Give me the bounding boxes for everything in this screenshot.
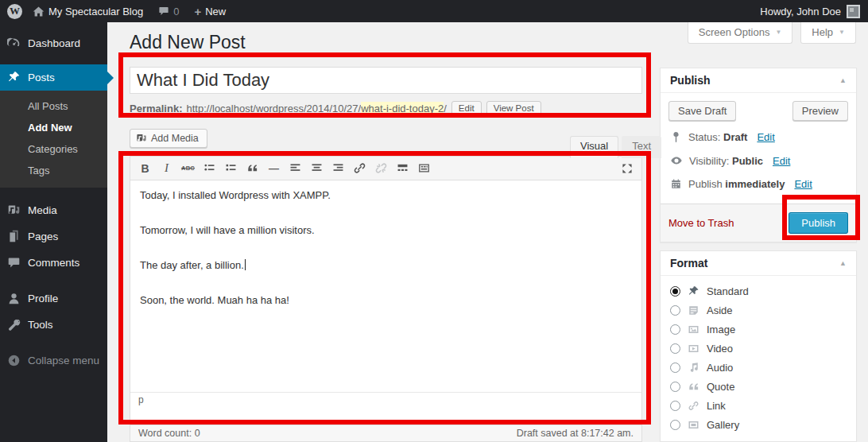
radio-video[interactable] [670,343,680,354]
wordpress-logo-icon[interactable]: W [7,4,22,19]
visibility-eye-icon [670,154,683,167]
format-option-aside[interactable]: Aside [661,301,856,320]
tab-text[interactable]: Text [622,136,661,158]
strikethrough-button[interactable]: ABC [177,159,199,178]
post-title-input[interactable] [130,67,642,94]
new-content-menu[interactable]: + New [189,0,231,22]
sidebar-item-dashboard[interactable]: Dashboard [0,30,107,56]
remove-link-button[interactable] [370,159,392,178]
format-box-header[interactable]: Format ▲ [661,251,856,276]
insert-more-tag-button[interactable] [392,159,413,178]
fullscreen-icon [621,162,634,175]
site-link[interactable]: My Spectacular Blog [28,0,148,22]
editor-toolbar: B I ABC — [130,157,641,180]
sidebar-item-tools[interactable]: Tools [0,312,107,338]
collapse-toggle-icon[interactable]: ▲ [839,259,847,267]
tab-visual[interactable]: Visual [570,136,618,158]
edit-visibility-link[interactable]: Edit [773,155,790,167]
align-center-button[interactable] [306,159,327,178]
permalink-row: Permalink: http://localhost/wordpress/20… [130,99,541,118]
italic-button[interactable]: I [156,159,177,178]
sidebar-item-all-posts[interactable]: All Posts [0,95,107,117]
new-label: New [205,6,226,17]
horizontal-rule-button[interactable]: — [263,159,285,178]
sidebar-item-pages[interactable]: Pages [0,223,107,250]
add-media-button[interactable]: Add Media [130,129,207,148]
radio-gallery[interactable] [670,420,680,430]
visibility-text: Visibility: Public [689,155,763,167]
align-right-button[interactable] [327,159,349,178]
admin-bar: W My Spectacular Blog 0 + New Howdy, Joh… [0,0,868,22]
screen-meta-links: Screen Options ▼ Help ▼ [688,22,856,44]
format-option-standard[interactable]: Standard [661,282,856,301]
radio-image[interactable] [670,324,680,335]
permalink-slug[interactable]: what-i-did-today-2 [361,102,444,115]
blockquote-button[interactable] [242,159,263,178]
align-right-icon [331,161,345,175]
format-option-link[interactable]: Link [661,397,856,416]
help-tab[interactable]: Help ▼ [800,22,856,44]
format-option-image[interactable]: Image [661,320,856,339]
schedule-value: immediately [725,178,785,190]
gallery-icon [687,419,700,431]
editor-content-area[interactable]: Today, I installed Wordpress with XAMPP.… [130,180,641,392]
distraction-free-button[interactable] [616,159,637,178]
editor-status-bar: Word count: 0 Draft saved at 8:17:42 am. [130,425,642,442]
view-post-button[interactable]: View Post [486,101,541,116]
pushpin-icon [7,71,21,84]
radio-quote[interactable] [670,382,680,392]
editor-paragraph: Tomorrow, I will have a million visitors… [140,223,632,238]
bulleted-list-button[interactable] [199,159,220,178]
comment-bubble-icon [158,6,169,17]
bold-button[interactable]: B [134,159,156,178]
visibility-row: Visibility: Public Edit [668,149,848,173]
user-avatar[interactable] [847,5,860,18]
howdy-account-link[interactable]: Howdy, John Doe [760,6,841,17]
link-icon [687,400,700,412]
comments-shortcut[interactable]: 0 [153,0,184,22]
preview-button[interactable]: Preview [792,101,848,121]
sidebar-item-categories[interactable]: Categories [0,138,107,160]
format-option-quote[interactable]: Quote [661,378,856,397]
collapse-menu-button[interactable]: Collapse menu [0,347,107,374]
radio-standard[interactable] [670,286,680,297]
video-icon [687,343,700,355]
admin-sidebar: Dashboard Posts All Posts Add New Catego… [0,22,107,442]
format-option-audio[interactable]: Audio [661,359,856,378]
sidebar-item-add-new[interactable]: Add New [0,117,107,138]
sidebar-item-tags[interactable]: Tags [0,160,107,181]
radio-aside[interactable] [670,305,680,316]
schedule-text: Publish immediately [688,178,785,190]
sidebar-item-media[interactable]: Media [0,197,107,223]
publish-button[interactable]: Publish [789,212,848,234]
format-option-video[interactable]: Video [661,339,856,359]
edit-permalink-button[interactable]: Edit [451,101,482,116]
radio-audio[interactable] [670,363,680,373]
screen-options-tab[interactable]: Screen Options ▼ [688,22,793,44]
wrench-icon [7,318,21,332]
draft-saved-status: Draft saved at 8:17:42 am. [517,428,634,439]
add-media-icon [136,133,147,144]
insert-link-button[interactable] [349,159,370,178]
edit-schedule-link[interactable]: Edit [794,178,812,190]
edit-status-link[interactable]: Edit [757,131,774,143]
collapse-toggle-icon[interactable]: ▲ [839,76,847,84]
visibility-label: Visibility: [689,155,729,167]
align-left-button[interactable] [285,159,306,178]
sidebar-item-posts[interactable]: Posts [0,64,107,91]
post-status-text: Status: Draft [688,131,747,143]
toolbar-toggle-button[interactable] [413,159,435,178]
sidebar-item-profile[interactable]: Profile [0,285,107,312]
pages-icon [7,230,21,243]
editor-element-path[interactable]: p [130,392,641,408]
publishing-actions: Move to Trash Publish [661,204,856,242]
numbered-list-button[interactable] [220,159,242,178]
radio-link[interactable] [670,401,680,411]
sidebar-item-comments[interactable]: Comments [0,250,107,276]
format-box-title: Format [670,257,707,269]
publish-box-header[interactable]: Publish ▲ [661,68,856,93]
format-option-gallery[interactable]: Gallery [661,416,856,435]
move-to-trash-link[interactable]: Move to Trash [668,217,734,229]
save-draft-button[interactable]: Save Draft [668,101,736,121]
comments-icon [7,256,21,269]
